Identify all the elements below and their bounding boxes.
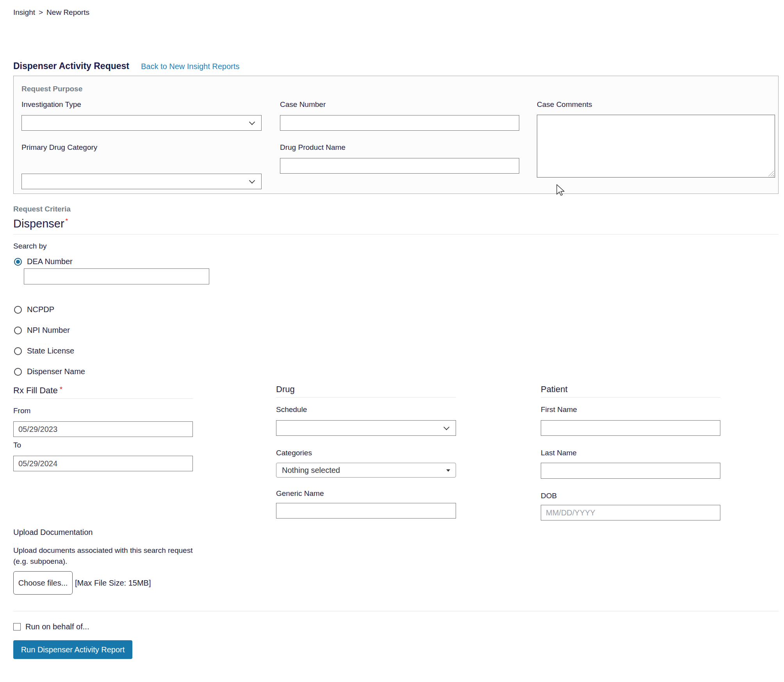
last-name-input[interactable] [541, 463, 720, 479]
rx-fill-date-heading-text: Rx Fill Date [13, 385, 58, 395]
schedule-label: Schedule [276, 405, 456, 414]
radio-icon[interactable] [14, 306, 22, 314]
page-title: Dispenser Activity Request [13, 61, 129, 71]
dispenser-heading-text: Dispenser [13, 217, 64, 230]
dea-number-input[interactable] [24, 268, 209, 284]
dispenser-heading: Dispenser* [13, 217, 68, 230]
column-divider [276, 397, 456, 398]
search-option-label: State License [27, 346, 74, 355]
breadcrumb-separator: > [39, 8, 43, 17]
search-option-ncpdp[interactable]: NCPDP [14, 305, 54, 314]
rx-fill-date-column: Rx Fill Date* From To [13, 384, 193, 471]
generic-name-input[interactable] [276, 503, 456, 519]
max-file-size-text: [Max File Size: 15MB] [75, 579, 151, 588]
page: Insight > New Reports Dispenser Activity… [0, 0, 784, 682]
breadcrumb: Insight > New Reports [13, 8, 89, 17]
chevron-down-icon [444, 424, 450, 430]
run-on-behalf-label: Run on behalf of... [25, 622, 89, 631]
upload-documentation-heading: Upload Documentation [13, 527, 287, 537]
column-divider [13, 398, 193, 399]
categories-multiselect-value: Nothing selected [282, 466, 340, 474]
last-name-label: Last Name [541, 449, 720, 457]
dispenser-divider [13, 234, 779, 234]
request-criteria-heading: Request Criteria [13, 205, 71, 213]
breadcrumb-item-insight[interactable]: Insight [13, 8, 35, 17]
primary-drug-category-label: Primary Drug Category [21, 143, 97, 152]
upload-controls-row: Choose files... [Max File Size: 15MB] [13, 571, 287, 595]
investigation-type-select[interactable] [21, 115, 262, 131]
request-purpose-heading: Request Purpose [21, 85, 82, 93]
patient-heading: Patient [541, 384, 720, 394]
footer-divider [13, 611, 779, 611]
rx-fill-date-from-input[interactable] [13, 421, 193, 437]
radio-selected-icon[interactable] [14, 258, 22, 266]
radio-icon[interactable] [14, 327, 22, 334]
rx-fill-date-to-input[interactable] [13, 456, 193, 471]
search-option-dea-number[interactable]: DEA Number [14, 257, 73, 266]
schedule-select[interactable] [276, 420, 456, 436]
first-name-label: First Name [541, 405, 720, 414]
dob-label: DOB [541, 492, 720, 500]
search-option-label: NPI Number [27, 326, 70, 335]
generic-name-label: Generic Name [276, 489, 456, 498]
from-label: From [13, 407, 193, 415]
categories-multiselect[interactable]: Nothing selected [276, 463, 456, 478]
drug-product-name-label: Drug Product Name [280, 143, 346, 152]
search-option-npi-number[interactable]: NPI Number [14, 326, 70, 335]
to-label: To [13, 441, 193, 449]
breadcrumb-item-new-reports[interactable]: New Reports [46, 8, 89, 17]
chevron-down-icon [249, 178, 255, 184]
back-to-new-insight-reports-link[interactable]: Back to New Insight Reports [141, 62, 239, 71]
column-divider [541, 397, 720, 398]
upload-documentation-section: Upload Documentation Upload documents as… [13, 527, 287, 595]
request-purpose-panel: Request Purpose Investigation Type Prima… [13, 76, 779, 194]
upload-description-line1: Upload documents associated with this se… [13, 546, 287, 555]
radio-icon[interactable] [14, 347, 22, 355]
drug-product-name-input[interactable] [280, 158, 519, 174]
rx-fill-date-heading: Rx Fill Date* [13, 384, 193, 396]
primary-drug-category-select[interactable] [21, 174, 262, 189]
case-comments-wrap [537, 115, 775, 178]
chevron-down-icon [249, 119, 255, 125]
mouse-cursor [556, 184, 566, 197]
caret-down-icon [446, 469, 450, 472]
title-row: Dispenser Activity Request Back to New I… [13, 61, 239, 71]
dispenser-required-asterisk: * [66, 217, 68, 225]
first-name-input[interactable] [541, 420, 720, 436]
search-option-label: NCPDP [27, 305, 54, 314]
choose-files-button[interactable]: Choose files... [13, 571, 73, 595]
case-comments-label: Case Comments [537, 100, 592, 109]
case-number-label: Case Number [280, 100, 326, 109]
run-on-behalf-row[interactable]: Run on behalf of... [13, 622, 89, 631]
dob-input[interactable] [541, 505, 720, 520]
upload-description-line2: (e.g. subpoena). [13, 557, 287, 566]
categories-label: Categories [276, 449, 456, 457]
search-by-label: Search by [13, 242, 47, 250]
patient-column: Patient First Name Last Name DOB [541, 384, 720, 520]
drug-column: Drug Schedule Categories Nothing selecte… [276, 384, 456, 519]
search-option-dispenser-name[interactable]: Dispenser Name [14, 367, 85, 376]
radio-icon[interactable] [14, 368, 22, 376]
run-on-behalf-checkbox[interactable] [13, 623, 21, 630]
investigation-type-label: Investigation Type [21, 100, 81, 109]
drug-heading: Drug [276, 384, 456, 394]
case-number-input[interactable] [280, 115, 519, 131]
search-option-label: Dispenser Name [27, 367, 85, 376]
case-comments-textarea[interactable] [537, 115, 775, 178]
run-dispenser-activity-report-button[interactable]: Run Dispenser Activity Report [13, 640, 132, 659]
search-option-label: DEA Number [27, 257, 73, 266]
rx-fill-date-required-asterisk: * [60, 385, 62, 393]
search-option-state-license[interactable]: State License [14, 346, 74, 355]
